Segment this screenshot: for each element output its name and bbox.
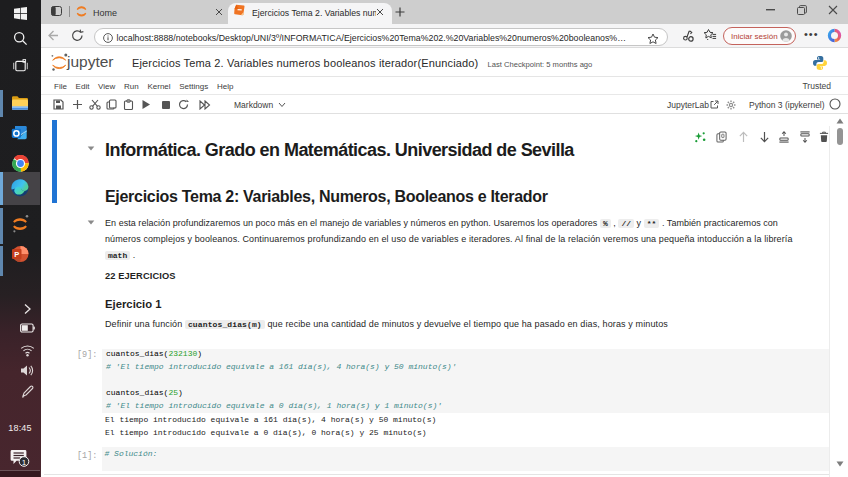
svg-text:1: 1 xyxy=(22,458,27,467)
svg-text:P: P xyxy=(14,250,19,259)
